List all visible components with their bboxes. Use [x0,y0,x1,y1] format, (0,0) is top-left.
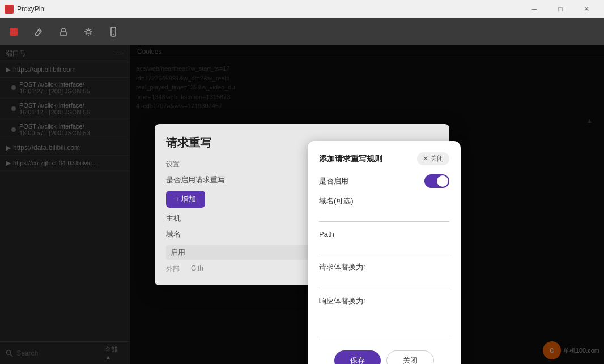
save-button[interactable]: 保存 [334,350,381,364]
inner-dialog-header: 添加请求重写规则 ✕ 关闭 [319,152,449,165]
svg-rect-0 [10,28,18,36]
title-bar-controls: ─ □ ✕ [521,0,599,18]
inner-dialog-title: 添加请求重写规则 [319,154,382,164]
toolbar [0,18,604,45]
settings-label: 设置 [166,160,180,169]
path-form-label: Path [319,230,449,238]
svg-point-3 [87,30,90,33]
form-actions: 保存 关闭 [319,350,449,364]
response-replace-label: 响应体替换为: [319,296,449,306]
request-replace-input[interactable] [319,275,449,288]
svg-rect-2 [61,32,66,36]
lock-icon[interactable] [57,25,70,38]
main-layout: 端口号 ---- ▶ https://api.bilibili.com POST… [0,45,604,364]
enabled-toggle-row: 是否启用 [319,174,449,188]
add-button[interactable]: + 增加 [166,191,205,208]
inner-close-button[interactable]: ✕ 关闭 [417,152,449,165]
table-col-enabled: 启用 [171,247,185,258]
request-replace-label: 请求体替换为: [319,262,449,272]
domain-form-label: 域名(可选) [319,196,449,206]
toggle-thumb [437,175,448,187]
brush-icon[interactable] [32,25,45,38]
path-input[interactable] [319,241,449,254]
overlay: 请求重写 设置 是否启用请求重写 + 增加 主机 域名 启用 响应体 外部 [0,45,604,364]
close-button[interactable]: ✕ [573,0,599,18]
domain-input[interactable] [319,208,449,222]
maximize-button[interactable]: □ [547,0,573,18]
enabled-label: 是否启用请求重写 [166,175,225,185]
external-label: 外部 [166,264,180,274]
title-bar-left: ProxyPin [5,5,44,14]
domain-label: 域名 [166,229,181,239]
app-icon [5,5,14,14]
close-dialog-button[interactable]: 关闭 [386,350,434,364]
response-replace-textarea[interactable] [319,309,449,339]
app-title: ProxyPin [17,5,44,13]
outer-dialog: 请求重写 设置 是否启用请求重写 + 增加 主机 域名 启用 响应体 外部 [155,124,449,285]
minimize-button[interactable]: ─ [521,0,547,18]
mobile-icon[interactable] [107,25,120,38]
settings-icon[interactable] [82,25,95,38]
stop-icon[interactable] [7,25,20,38]
github-label: Gith [191,264,203,274]
enabled-toggle-label: 是否启用 [319,176,348,186]
title-bar: ProxyPin ─ □ ✕ [0,0,604,18]
request-replace-row: 请求体替换为: [319,262,449,288]
response-replace-row: 响应体替换为: [319,296,449,341]
enabled-toggle[interactable] [424,174,449,188]
inner-dialog: 添加请求重写规则 ✕ 关闭 是否启用 域名(可选) Path [308,141,461,364]
svg-point-5 [113,34,114,35]
path-form-row: Path [319,230,449,254]
domain-form-row: 域名(可选) [319,196,449,222]
host-label: 主机 [166,213,181,224]
